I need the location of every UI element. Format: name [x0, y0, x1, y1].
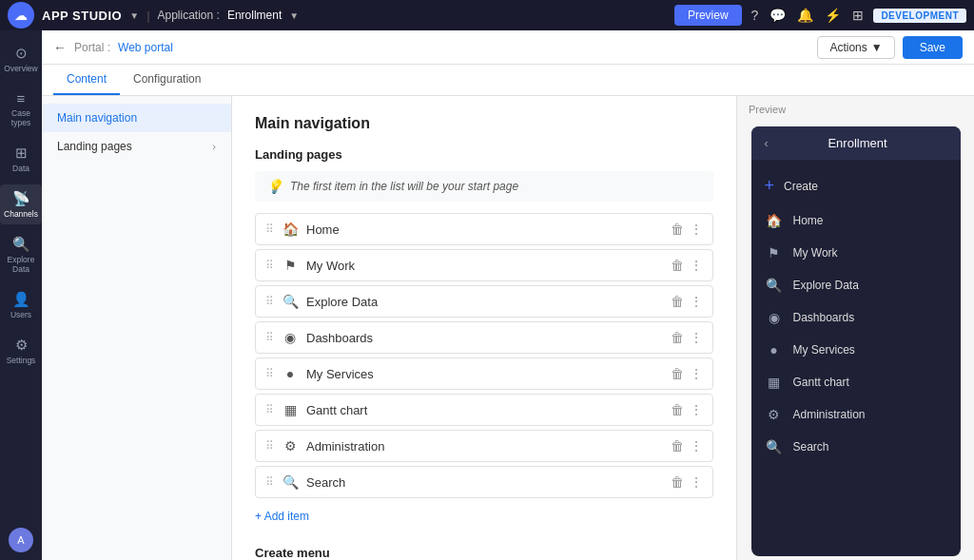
main-editor: Main navigation Landing pages 💡 The firs…: [232, 96, 736, 560]
more-icon[interactable]: ⋮: [690, 438, 703, 454]
case-types-icon: ≡: [17, 90, 26, 106]
sidebar-label-settings: Settings: [7, 356, 36, 365]
sidebar-item-overview[interactable]: ⊙ Overview: [0, 39, 42, 79]
preview-menu-item-create[interactable]: + Create: [751, 167, 961, 204]
delete-icon[interactable]: 🗑: [671, 258, 684, 273]
preview-header-title: Enrollment: [828, 136, 886, 150]
app-logo[interactable]: ☁: [8, 2, 34, 29]
delete-icon[interactable]: 🗑: [671, 474, 684, 490]
preview-menu-item-my-services[interactable]: ● My Services: [751, 334, 961, 366]
sidebar-item-explore-data[interactable]: 🔍 Explore Data: [0, 230, 42, 280]
portal-bar-actions: Actions ▼ Save: [817, 36, 963, 59]
delete-icon[interactable]: 🗑: [671, 222, 684, 237]
chat-icon[interactable]: 💬: [768, 6, 788, 25]
notification-icon[interactable]: 🔔: [795, 6, 815, 25]
portal-bar: ← Portal : Web portal Actions ▼ Save: [42, 30, 974, 65]
application-label: Application :: [158, 9, 220, 22]
nav-item-main-navigation[interactable]: Main navigation: [42, 104, 231, 132]
nav-item-landing-pages[interactable]: Landing pages ›: [42, 132, 231, 161]
actions-button[interactable]: Actions ▼: [817, 36, 894, 59]
sidebar-label-explore-data: Explore Data: [4, 255, 38, 274]
save-button[interactable]: Save: [903, 36, 963, 59]
app-title-dropdown-icon[interactable]: ▼: [129, 10, 139, 21]
drag-handle[interactable]: ⠿: [265, 403, 274, 416]
preview-menu-item-home[interactable]: 🏠 Home: [751, 204, 961, 237]
sidebar-item-case-types[interactable]: ≡ Case types: [0, 85, 42, 133]
sidebar-item-channels[interactable]: 📡 Channels: [0, 184, 42, 224]
sidebar-label-overview: Overview: [4, 64, 37, 73]
help-icon[interactable]: ?: [750, 6, 761, 25]
preview-menu-items: + Create 🏠 Home ⚑ My Work: [751, 160, 961, 471]
drag-handle[interactable]: ⠿: [265, 295, 274, 308]
drag-handle[interactable]: ⠿: [265, 331, 274, 344]
preview-menu-item-dashboards[interactable]: ◉ Dashboards: [751, 301, 961, 334]
overview-icon: ⊙: [15, 45, 28, 62]
my-work-icon: ⚑: [282, 258, 299, 273]
sidebar-item-settings[interactable]: ⚙ Settings: [0, 331, 42, 371]
preview-item-label: Dashboards: [793, 311, 855, 324]
add-item-button[interactable]: + Add item: [255, 502, 713, 531]
item-actions: 🗑 ⋮: [671, 474, 703, 490]
delete-icon[interactable]: 🗑: [671, 402, 684, 417]
home-icon: 🏠: [282, 222, 299, 237]
explore-data-icon: 🔍: [12, 236, 30, 253]
grid-icon[interactable]: ⊞: [850, 6, 866, 25]
list-item: ⠿ ▦ Gantt chart 🗑 ⋮: [255, 394, 713, 426]
tab-content[interactable]: Content: [53, 65, 120, 95]
info-box: 💡 The first item in the list will be you…: [255, 171, 713, 202]
portal-value[interactable]: Web portal: [118, 41, 173, 54]
item-actions: 🗑 ⋮: [671, 402, 703, 417]
nav-item-arrow-landing-pages: ›: [212, 141, 216, 152]
list-item: ⠿ 🔍 Search 🗑 ⋮: [255, 466, 713, 498]
more-icon[interactable]: ⋮: [690, 330, 703, 345]
preview-menu-item-administration[interactable]: ⚙ Administration: [751, 398, 961, 431]
preview-menu-item-explore-data[interactable]: 🔍 Explore Data: [751, 269, 961, 301]
tab-configuration[interactable]: Configuration: [120, 65, 214, 95]
preview-menu-item-search[interactable]: 🔍 Search: [751, 431, 961, 463]
more-icon[interactable]: ⋮: [690, 222, 703, 237]
item-actions: 🗑 ⋮: [671, 366, 703, 381]
delete-icon[interactable]: 🗑: [671, 366, 684, 381]
preview-my-work-icon: ⚑: [765, 245, 784, 261]
drag-handle[interactable]: ⠿: [265, 367, 274, 380]
channels-icon: 📡: [12, 190, 30, 207]
preview-button[interactable]: Preview: [674, 5, 742, 26]
more-icon[interactable]: ⋮: [690, 366, 703, 381]
tab-bar: Content Configuration: [42, 65, 974, 96]
portal-label: Portal :: [74, 41, 110, 54]
item-label: Gantt chart: [306, 403, 663, 417]
more-icon[interactable]: ⋮: [690, 474, 703, 490]
drag-handle[interactable]: ⠿: [265, 475, 274, 489]
back-button[interactable]: ←: [53, 40, 67, 55]
application-value[interactable]: Enrollment: [227, 9, 282, 22]
more-icon[interactable]: ⋮: [690, 402, 703, 417]
data-icon: ⊞: [15, 145, 28, 162]
item-label: My Work: [306, 259, 663, 273]
drag-handle[interactable]: ⠿: [265, 222, 274, 236]
preview-phone: ‹ Enrollment + Create 🏠 Home: [751, 126, 961, 556]
gantt-icon: ▦: [282, 402, 299, 417]
lightning-icon[interactable]: ⚡: [823, 6, 843, 25]
more-icon[interactable]: ⋮: [690, 294, 703, 309]
create-icon: +: [765, 176, 775, 196]
drag-handle[interactable]: ⠿: [265, 439, 274, 453]
section-title: Main navigation: [255, 115, 713, 132]
preview-menu-item-gantt[interactable]: ▦ Gantt chart: [751, 366, 961, 398]
list-item: ⠿ 🏠 Home 🗑 ⋮: [255, 213, 713, 245]
users-icon: 👤: [12, 291, 30, 308]
delete-icon[interactable]: 🗑: [671, 330, 684, 345]
application-dropdown-icon[interactable]: ▼: [289, 10, 299, 21]
item-actions: 🗑 ⋮: [671, 222, 703, 237]
delete-icon[interactable]: 🗑: [671, 438, 684, 454]
app-title: APP STUDIO: [42, 9, 122, 23]
delete-icon[interactable]: 🗑: [671, 294, 684, 309]
sidebar-item-users[interactable]: 👤 Users: [0, 285, 42, 325]
sidebar-item-data[interactable]: ⊞ Data: [0, 139, 42, 179]
user-avatar[interactable]: A: [9, 528, 33, 552]
content-area: ← Portal : Web portal Actions ▼ Save Con…: [42, 30, 974, 560]
more-icon[interactable]: ⋮: [690, 258, 703, 273]
preview-item-label: My Services: [793, 343, 855, 357]
drag-handle[interactable]: ⠿: [265, 259, 274, 272]
preview-menu-item-my-work[interactable]: ⚑ My Work: [751, 237, 961, 269]
administration-icon: ⚙: [282, 438, 299, 454]
